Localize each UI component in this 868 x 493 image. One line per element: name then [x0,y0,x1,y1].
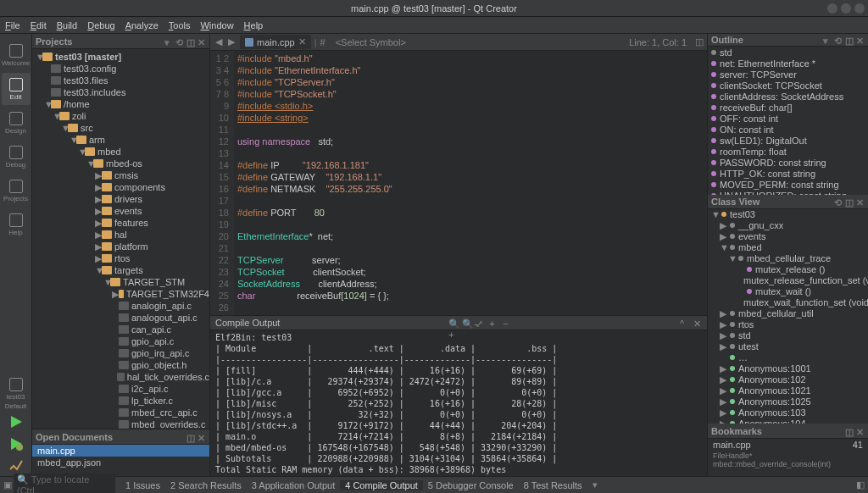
split-icon[interactable]: ◫ [845,197,854,206]
outline-list[interactable]: stdnet: EthernetInterface *server: TCPSe… [708,47,868,195]
tree-folder[interactable]: ▼arm [32,134,209,146]
menu-file[interactable]: File [5,20,20,30]
classview-item[interactable]: ▶Anonymous:102 [708,374,868,385]
mode-welcome[interactable]: Welcome [2,39,31,71]
classview-item[interactable]: ▶Anonymous:103 [708,407,868,418]
tree-file[interactable]: gpio_irq_api.c [32,347,209,359]
zoom-in-icon[interactable]: 🔍+ [448,319,457,327]
menu-window[interactable]: Window [200,20,233,30]
sync-icon[interactable]: ⟲ [834,36,843,44]
output-toggle-icon[interactable]: ▣ [3,479,12,490]
outline-item[interactable]: sw(LED1): DigitalOut [708,135,868,146]
menu-help[interactable]: Help [244,20,264,30]
tree-folder[interactable]: ▼/home [32,98,209,110]
menu-tools[interactable]: Tools [169,20,191,30]
tree-file[interactable]: i2c_api.c [32,383,209,395]
classview-item[interactable]: mutex_release () [708,264,868,275]
status-tab-issues[interactable]: 1 Issues [120,480,165,490]
tree-folder[interactable]: ▶TARGET_STM32F4 [32,288,209,300]
mode-help[interactable]: Help [2,208,31,241]
debug-run-icon[interactable] [8,435,25,452]
outline-item[interactable]: PASSWORD: const string [708,157,868,168]
status-tab-test-results[interactable]: 8 Test Results [519,480,587,490]
close-panel-icon[interactable]: ✕ [198,37,206,46]
outline-item[interactable]: OFF: const int [708,113,868,124]
tree-folder[interactable]: ▶components [32,181,209,193]
tree-folder[interactable]: ▶cmsis [32,169,209,181]
classview-item[interactable]: ▶events [708,231,868,242]
menu-build[interactable]: Build [57,20,77,30]
expand-icon[interactable]: ⤢ [476,319,484,327]
split-editor-icon[interactable]: ◫ [695,36,704,47]
dropdown-icon[interactable]: ▾ [593,479,598,490]
tree-folder[interactable]: ▼test03 [master] [32,51,209,63]
outline-item[interactable]: roomTemp: float [708,146,868,157]
code-area[interactable]: #include "mbed.h" #include "EthernetInte… [234,51,707,315]
close-panel-icon[interactable]: ✕ [198,433,206,441]
tree-file[interactable]: lp_ticker.c [32,395,209,407]
close-panel-icon[interactable]: ✕ [856,427,865,435]
editor-tab[interactable]: main.cpp ✕ [240,35,311,49]
tree-file[interactable]: can_api.c [32,324,209,335]
remove-icon[interactable]: − [503,319,511,327]
tab-close-icon[interactable]: ✕ [298,36,306,47]
status-tab-application-output[interactable]: 3 Application Output [247,480,340,490]
classview-item[interactable]: ▼mbed [708,242,868,253]
tree-file[interactable]: gpio_object.h [32,359,209,371]
nav-back-icon[interactable]: ◀ [214,36,224,47]
classview-item[interactable]: mutex_wait () [708,286,868,297]
filter-icon[interactable]: ▾ [823,36,832,44]
tree-file[interactable]: test03.files [32,75,209,86]
tree-folder[interactable]: ▶events [32,205,209,217]
classview-item[interactable]: ▶rtos [708,319,868,330]
build-icon[interactable] [8,457,25,474]
classview-item[interactable]: mutex_release_function_set (void ( [708,275,868,286]
tree-folder[interactable]: ▶drivers [32,193,209,205]
open-doc-item[interactable]: mbed_app.json [32,457,209,468]
classview-item[interactable]: mutex_wait_function_set (void (*)( [708,297,868,308]
bookmarks-list[interactable]: main.cpp 41 FileHandle* mbed::mbed_overr… [708,439,868,469]
close-output-icon[interactable]: ✕ [693,319,702,327]
menu-analyze[interactable]: Analyze [125,20,159,30]
classview-item[interactable]: ▼test03 [708,209,868,220]
outline-item[interactable]: receiveBuf: char[] [708,102,868,113]
add-icon[interactable]: + [489,319,498,327]
mode-projects[interactable]: Projects [2,174,31,207]
menu-debug[interactable]: Debug [87,20,114,30]
mode-design[interactable]: Design [2,107,31,139]
status-tab-search-results[interactable]: 2 Search Results [165,480,247,490]
close-panel-icon[interactable]: ✕ [856,197,865,206]
outline-item[interactable]: net: EthernetInterface * [708,58,868,69]
tree-file[interactable]: mbed_crc_api.c [32,407,209,418]
mode-edit[interactable]: Edit [2,73,31,105]
menu-edit[interactable]: Edit [31,20,47,30]
tree-folder[interactable]: ▶rtos [32,252,209,264]
outline-item[interactable]: clientAddress: SocketAddress [708,91,868,102]
tree-folder[interactable]: ▶hal [32,229,209,241]
outline-item[interactable]: HTTP_OK: const string [708,168,868,179]
classview-item[interactable]: ▶mbed_cellular_util [708,308,868,319]
classview-item[interactable]: … [708,352,868,363]
nav-forward-icon[interactable]: ▶ [226,36,236,47]
run-icon[interactable] [8,413,25,430]
tree-file[interactable]: analogout_api.c [32,312,209,324]
filter-icon[interactable]: ▾ [164,37,173,46]
classview-item[interactable]: ▶Anonymous:1001 [708,363,868,374]
progress-toggle-icon[interactable]: ◧ [856,479,865,490]
split-icon[interactable]: ◫ [186,37,195,46]
outline-item[interactable]: server: TCPServer [708,69,868,80]
tree-folder[interactable]: ▶features [32,217,209,229]
tree-file[interactable]: test03.includes [32,86,209,98]
status-tab-debugger-console[interactable]: 5 Debugger Console [423,480,519,490]
locator-input[interactable]: 🔍 Type to locate (Ctrl... [14,474,115,493]
classview-item[interactable]: ▶utest [708,341,868,352]
open-doc-item[interactable]: main.cpp [32,445,209,457]
split-icon[interactable]: ◫ [845,36,854,44]
tree-file[interactable]: analogin_api.c [32,300,209,312]
classview-item[interactable]: ▶__gnu_cxx [708,220,868,231]
compile-output[interactable]: Elf2Bin: test03 | Module | .text | .data… [210,330,707,476]
kit-selector[interactable]: test03 Default [2,378,31,410]
tree-file[interactable]: mbed_overrides.c [32,418,209,429]
sync-icon[interactable]: ⟲ [175,37,184,46]
classview-item[interactable]: ▶Anonymous:1025 [708,396,868,407]
